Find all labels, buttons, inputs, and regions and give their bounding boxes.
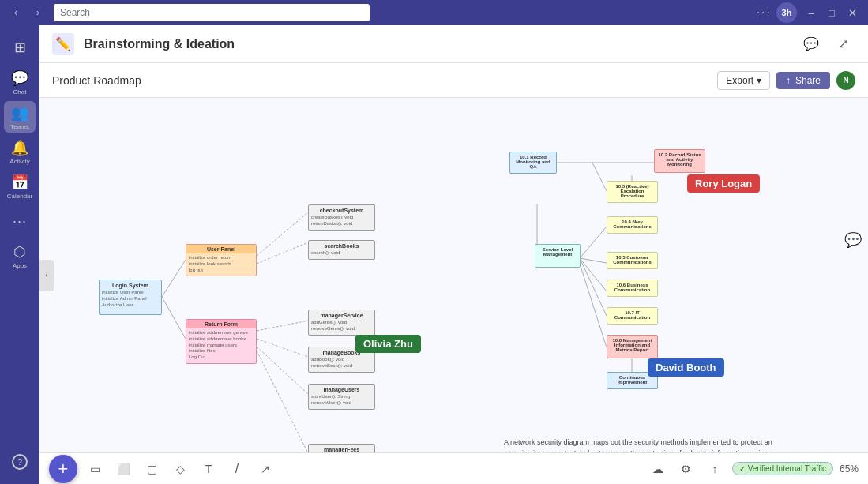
diamond-tool[interactable]: ◇ <box>169 458 191 480</box>
grid-icon: ⊞ <box>14 39 26 56</box>
diagram-node-record-health[interactable]: 10.1 Record Monitoring and QA <box>509 152 557 174</box>
text-tool[interactable]: T <box>197 458 220 480</box>
app-layout: ⊞ 💬 Chat 👥 Teams 🔔 Activity 📅 Calendar ·… <box>0 25 868 484</box>
export-button[interactable]: Export ▾ <box>717 71 770 90</box>
more-icon: ··· <box>13 213 27 230</box>
diagram-node-return-form[interactable]: Return Form initialize add/remove genres… <box>186 319 257 364</box>
content-area: ✏️ Brainstorming & Ideation 💬 ⤢ Product … <box>39 25 868 484</box>
apps-icon: ⬡ <box>13 243 26 261</box>
cloud-icon-btn[interactable]: ☁ <box>647 458 669 480</box>
app-title: Brainstorming & Ideation <box>84 37 235 51</box>
collapse-panel-button[interactable]: ‹ <box>39 260 54 291</box>
close-button[interactable]: ✕ <box>843 3 862 22</box>
title-bar: ‹ › ··· 3h – □ ✕ <box>0 0 868 25</box>
diagram-node-record-status[interactable]: 10.2 Record Status and Activity Monitori… <box>654 149 705 173</box>
diagram-node-user-panel[interactable]: User Panel initialize order returninitia… <box>186 244 257 276</box>
bottom-toolbar: + ▭ ⬜ ▢ ◇ T / ↗ ☁ ⚙ <box>39 452 868 484</box>
diagram-node-managerfees[interactable]: managerFees payFine(): void <box>308 444 375 452</box>
sidebar-item-calendar[interactable]: 📅 Calendar <box>4 171 36 202</box>
diagram-node-mgmt-info[interactable]: 10.8 Management Information and Metrics … <box>607 335 658 358</box>
svg-line-5 <box>257 339 308 357</box>
nav-buttons: ‹ › <box>6 3 47 22</box>
sidebar-item-activity[interactable]: 🔔 Activity <box>4 136 36 167</box>
rectangle-icon: ⬜ <box>117 463 130 475</box>
line-icon: / <box>235 462 239 476</box>
expand-button[interactable]: ⤢ <box>830 32 855 57</box>
text-icon: T <box>205 463 212 475</box>
sidebar-item-help[interactable]: ? <box>4 446 36 478</box>
diamond-icon: ◇ <box>176 463 185 475</box>
diagram-node-business[interactable]: 10.6 Business Communication <box>607 280 658 297</box>
rounded-icon: ▢ <box>147 463 157 475</box>
sidebar-item-apps[interactable]: ⬡ Apps <box>4 240 36 272</box>
maximize-button[interactable]: □ <box>822 3 841 22</box>
calendar-icon: 📅 <box>11 174 28 191</box>
pointer-icon: ↗ <box>261 463 270 475</box>
share-icon-btn[interactable]: ↑ <box>704 458 726 480</box>
diagram-node-escalation[interactable]: 10.3 (Reactive) Escalation Procedure <box>607 181 658 203</box>
diagram-node-it-comms[interactable]: 10.7 IT Communication <box>607 307 658 325</box>
rounded-rect-tool[interactable]: ▢ <box>141 458 163 480</box>
canvas-wrapper[interactable]: ‹ <box>39 98 868 452</box>
title-bar-right: ··· 3h – □ ✕ <box>757 2 862 23</box>
svg-line-12 <box>580 258 607 263</box>
search-input[interactable] <box>54 4 370 21</box>
diagram-node-sla[interactable]: Service Level Management <box>535 244 581 268</box>
share-button[interactable]: ↑ Share <box>776 72 830 89</box>
sidebar: ⊞ 💬 Chat 👥 Teams 🔔 Activity 📅 Calendar ·… <box>0 25 39 484</box>
add-element-button[interactable]: + <box>49 455 77 483</box>
app-header: ✏️ Brainstorming & Ideation 💬 ⤢ <box>39 25 868 63</box>
user-avatar: 3h <box>776 2 797 23</box>
diagram-node-searchbooks[interactable]: searchBooks search(): void <box>308 240 375 260</box>
chat-panel-button[interactable]: 💬 <box>844 231 862 249</box>
diagram-title: Product Roadmap <box>52 74 141 87</box>
sidebar-item-teams[interactable]: 👥 Teams <box>4 101 36 133</box>
select-icon: ▭ <box>90 463 100 475</box>
svg-line-2 <box>257 212 308 256</box>
line-tool[interactable]: / <box>226 458 248 480</box>
diagram-node-login[interactable]: Login System initialize User Panelinitia… <box>99 280 162 315</box>
window-controls: – □ ✕ <box>802 3 862 22</box>
diagram-node-continuous[interactable]: Continuous Improvement <box>607 372 658 389</box>
share-label: Share <box>795 75 821 86</box>
toolbar: Product Roadmap Export ▾ ↑ Share N <box>39 63 868 98</box>
svg-line-15 <box>580 264 607 347</box>
sidebar-item-grid[interactable]: ⊞ <box>4 32 36 63</box>
diagram-node-manageusers[interactable]: manageUsers storeUser(): StringremoveUse… <box>308 384 375 410</box>
svg-line-1 <box>162 297 186 339</box>
diagram-node-manager-service[interactable]: managerService addGenre(): voidremoveGen… <box>308 310 375 336</box>
help-icon: ? <box>12 454 28 470</box>
diagram-node-customer[interactable]: 10.5 Customer Communications <box>607 252 658 269</box>
collaborator-avatar: N <box>836 71 855 90</box>
cursor-rory-logan: Rory Logan <box>687 174 760 193</box>
select-tool[interactable]: ▭ <box>84 458 106 480</box>
comment-button[interactable]: 💬 <box>798 32 824 57</box>
sidebar-item-more[interactable]: ··· <box>4 205 36 237</box>
svg-line-13 <box>580 258 607 291</box>
bottom-right: ☁ ⚙ ↑ ✓ Verified Internal Traffic 65% <box>647 458 859 480</box>
back-button[interactable]: ‹ <box>6 3 25 22</box>
app-icon: ✏️ <box>52 33 74 55</box>
zoom-level: 65% <box>840 463 859 475</box>
pointer-tool[interactable]: ↗ <box>254 458 276 480</box>
chat-icon: 💬 <box>11 69 28 87</box>
rectangle-tool[interactable]: ⬜ <box>112 458 134 480</box>
svg-line-4 <box>257 321 308 331</box>
minimize-button[interactable]: – <box>802 3 821 22</box>
export-chevron: ▾ <box>757 75 761 86</box>
svg-line-9 <box>592 163 607 191</box>
diagram-node-managebooks[interactable]: manageBooks addBook(): voidremoveBook():… <box>308 347 375 373</box>
svg-line-6 <box>257 347 308 394</box>
sidebar-item-chat[interactable]: 💬 Chat <box>4 66 36 98</box>
export-label: Export <box>726 75 753 86</box>
forward-button[interactable]: › <box>28 3 47 22</box>
diagram-node-comms[interactable]: 10.4 6key Communications <box>607 216 658 234</box>
activity-icon: 🔔 <box>11 139 28 156</box>
diagram-node-checkout[interactable]: checkoutSystem createBasket(): voidretur… <box>308 204 375 231</box>
settings-icon-btn[interactable]: ⚙ <box>675 458 697 480</box>
title-bar-left: ‹ › <box>6 3 370 22</box>
cursor-david-booth: David Booth <box>648 358 724 377</box>
svg-line-11 <box>580 227 607 258</box>
more-options: ··· <box>757 6 772 20</box>
svg-line-14 <box>580 258 607 316</box>
